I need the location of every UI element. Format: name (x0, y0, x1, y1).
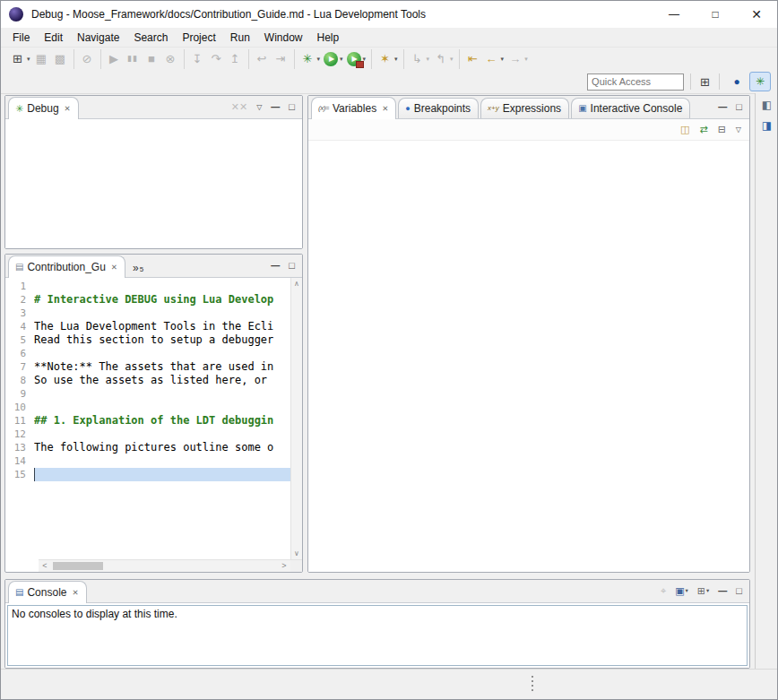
menu-item[interactable]: Run (223, 30, 257, 46)
dropdown-arrow-icon[interactable]: ▾ (501, 56, 505, 63)
dropdown-arrow-icon[interactable]: ▾ (686, 588, 688, 594)
close-window-button[interactable]: ✕ (736, 1, 777, 28)
quick-access-input[interactable] (587, 73, 684, 91)
debug-button[interactable]: ✳ ▾ (298, 49, 323, 69)
view-tab[interactable]: ● Breakpoints (398, 98, 479, 118)
dropdown-arrow-icon[interactable]: ▾ (317, 56, 321, 63)
3[interactable]: 3 (5, 307, 290, 320)
dropdown-arrow-icon[interactable]: ▾ (524, 56, 528, 63)
2[interactable]: 2 # Interactive DEBUG using Lua Develop (5, 293, 290, 307)
run-button[interactable]: ▶ ▾ (322, 49, 345, 69)
view-tab[interactable]: ▣ Interactive Console (571, 98, 690, 118)
launch-shortcut-button[interactable]: ✶ ▾ (376, 49, 400, 69)
maximize-view-icon[interactable]: □ (736, 586, 742, 596)
skip-all-breakpoints-button[interactable]: ⊘ (78, 49, 97, 69)
menu-item[interactable]: Edit (37, 30, 70, 46)
suspend-button[interactable]: ▮▮ (124, 49, 143, 69)
maximize-window-button[interactable]: □ (695, 1, 736, 28)
minimize-window-button[interactable]: — (653, 1, 695, 28)
view-menu-icon[interactable]: ▽ (736, 126, 741, 134)
11[interactable]: 11 ## 1. Explanation of the LDT debuggin (5, 414, 290, 428)
previous-annotation-button[interactable]: ↰ ▾ (431, 49, 455, 69)
tab-close-icon[interactable]: ✕ (72, 588, 78, 597)
minimized-view-button-1[interactable]: ◧ (762, 99, 772, 110)
forward-button[interactable]: → ▾ (506, 49, 530, 69)
save-button[interactable]: ▦ (32, 49, 51, 69)
save-all-button[interactable]: ▩ (51, 49, 70, 69)
use-step-filters-button[interactable]: ⇥ (272, 49, 290, 69)
5[interactable]: 5 Read this section to setup a debugger (5, 333, 290, 347)
menu-item[interactable]: Window (257, 30, 310, 46)
minimized-view-button-2[interactable]: ◨ (762, 120, 772, 131)
display-selected-console-button[interactable]: ▣ ▾ (675, 586, 688, 596)
minimize-view-icon[interactable]: — (718, 587, 727, 596)
10[interactable]: 10 (5, 401, 290, 414)
view-tab[interactable]: (x)= Variables ✕ (311, 97, 396, 119)
dropdown-arrow-icon[interactable]: ▾ (340, 56, 343, 63)
external-tools-button[interactable]: ▶ ▾ (345, 49, 368, 69)
step-over-button[interactable]: ↷ (207, 49, 226, 69)
minimize-view-icon[interactable]: — (271, 103, 280, 112)
perspective-ldt-button[interactable]: ● (726, 72, 748, 91)
7[interactable]: 7 **Note:** The assets that are used in (5, 360, 290, 374)
menu-item[interactable]: Navigate (70, 30, 126, 46)
menu-item[interactable]: Help (310, 30, 347, 46)
1[interactable]: 1 (5, 280, 290, 293)
4[interactable]: 4 The Lua Development Tools in the Ecli (5, 320, 290, 333)
collapse-all-button[interactable]: ⊟ (718, 125, 726, 134)
editor-vertical-scrollbar[interactable]: ∧ ∨ (290, 278, 302, 559)
15[interactable]: 15 (5, 468, 290, 481)
terminate-button[interactable]: ■ (143, 49, 161, 69)
menu-item[interactable]: File (5, 30, 37, 46)
maximize-view-icon[interactable]: □ (736, 102, 742, 112)
tab-close-icon[interactable]: ✕ (65, 104, 71, 113)
scroll-right-icon[interactable]: > (278, 560, 290, 572)
dropdown-arrow-icon[interactable]: ▾ (427, 56, 430, 63)
tab-close-icon[interactable]: ✕ (111, 263, 117, 272)
view-tab[interactable]: ▤ Console ✕ (8, 581, 87, 603)
dropdown-arrow-icon[interactable]: ▾ (394, 56, 398, 63)
scroll-left-icon[interactable]: < (39, 560, 51, 572)
editor-text-area[interactable]: 1 2 # Interactive DEBUG using Lua Develo… (5, 278, 290, 559)
new-wizard-button[interactable]: ⊞ ▾ (8, 49, 32, 69)
view-tab[interactable]: ▤ Contribution_Gu ✕ (8, 255, 125, 278)
open-perspective-button[interactable]: ⊞ (697, 75, 713, 89)
open-console-button[interactable]: ⊞ ▾ (697, 586, 709, 596)
step-into-button[interactable]: ↧ (188, 49, 207, 69)
editor-horizontal-scrollbar[interactable]: < > (39, 559, 290, 572)
6[interactable]: 6 (5, 347, 290, 360)
dropdown-arrow-icon[interactable]: ▾ (706, 588, 709, 594)
link-with-frame-button[interactable]: ⇄ (699, 125, 707, 134)
minimize-view-icon[interactable]: — (718, 103, 727, 112)
maximize-view-icon[interactable]: □ (289, 261, 295, 271)
scroll-down-icon[interactable]: ∨ (294, 549, 299, 557)
12[interactable]: 12 (5, 428, 290, 441)
9[interactable]: 9 (5, 387, 290, 401)
remove-all-terminated-button[interactable]: ✕✕ (231, 102, 247, 112)
minimize-view-icon[interactable]: — (271, 262, 280, 271)
menu-item[interactable]: Project (175, 30, 222, 46)
back-button[interactable]: ← ▾ (482, 49, 506, 69)
14[interactable]: 14 (5, 454, 290, 468)
view-tab[interactable]: x+y Expressions (480, 98, 569, 118)
view-tab[interactable]: ✳ Debug ✕ (8, 97, 79, 119)
dropdown-arrow-icon[interactable]: ▾ (450, 56, 454, 63)
next-annotation-button[interactable]: ↳ ▾ (408, 49, 432, 69)
menu-item[interactable]: Search (126, 30, 175, 46)
13[interactable]: 13 The following pictures outline some o (5, 441, 290, 454)
pin-console-button[interactable]: ⌖ (661, 586, 666, 596)
tab-close-icon[interactable]: ✕ (382, 104, 388, 113)
dropdown-arrow-icon[interactable]: ▾ (27, 56, 30, 63)
disconnect-button[interactable]: ⊗ (161, 49, 180, 69)
show-logical-structure-button[interactable]: ◫ (680, 125, 689, 134)
sash-handle[interactable] (531, 675, 534, 694)
scroll-up-icon[interactable]: ∧ (294, 280, 299, 288)
last-edit-location-button[interactable]: ⇤ (463, 49, 482, 69)
scrollbar-thumb[interactable] (53, 562, 103, 570)
drop-to-frame-button[interactable]: ↩ (253, 49, 272, 69)
editor-tab-overflow[interactable]: » 5 (133, 263, 143, 273)
8[interactable]: 8 So use the assets as listed here, or (5, 374, 290, 387)
step-return-button[interactable]: ↥ (226, 49, 245, 69)
view-menu-icon[interactable]: ▽ (256, 104, 262, 111)
resume-button[interactable]: ▶ (105, 49, 124, 69)
